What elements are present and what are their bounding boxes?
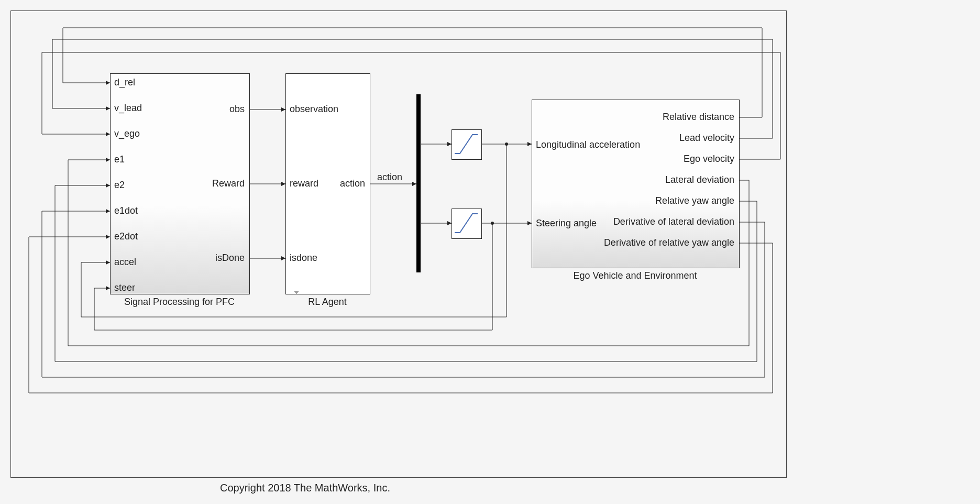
port-e2: e2 [114,180,125,191]
port-observation: observation [290,104,338,115]
port-isdone: isdone [290,253,317,264]
copyright-text: Copyright 2018 The MathWorks, Inc. [220,482,390,494]
demux-bar[interactable] [416,94,421,272]
port-e1dot: e1dot [114,205,138,216]
port-steer: steer [114,282,135,293]
port-v_ego: v_ego [114,128,140,139]
signal-action-label: action [377,172,402,183]
saturation-top[interactable] [452,129,482,160]
diagram-canvas: Signal Processing for PFC d_rel v_lead v… [0,0,980,504]
port-Reward: Reward [191,178,245,189]
port-lead-vel: Lead velocity [581,133,734,144]
port-e1: e1 [114,154,125,165]
port-ego-vel: Ego velocity [581,154,734,165]
port-rel-dist: Relative distance [581,112,734,123]
port-d-lat-dev: Derivative of lateral deviation [581,216,734,227]
saturation-bottom[interactable] [452,209,482,239]
port-e2dot: e2dot [114,231,138,242]
port-accel: accel [114,257,136,268]
block-signal-processing-title: Signal Processing for PFC [110,297,249,308]
port-obs: obs [191,104,245,115]
port-isDone: isDone [191,253,245,264]
port-d_rel: d_rel [114,77,135,88]
block-ego-env-title: Ego Vehicle and Environment [532,270,739,281]
port-action-out: action [312,178,365,189]
block-rl-agent-title: RL Agent [285,297,369,308]
port-lat-dev: Lateral deviation [581,174,734,185]
port-d-rel-yaw: Derivative of relative yaw angle [581,237,734,248]
port-v_lead: v_lead [114,103,142,114]
port-rel-yaw: Relative yaw angle [581,195,734,206]
